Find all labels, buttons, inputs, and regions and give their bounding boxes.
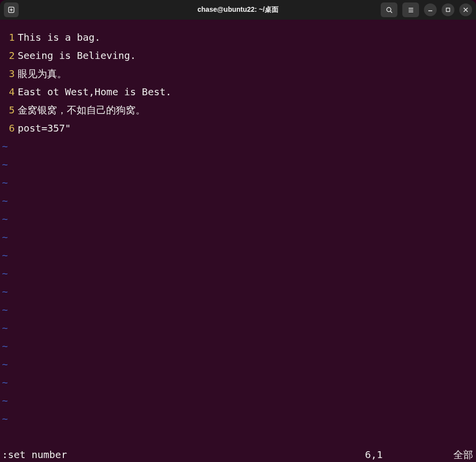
editor-line: 4East ot West,Home is Best. bbox=[0, 83, 476, 101]
line-number: 3 bbox=[2, 67, 18, 81]
search-button[interactable] bbox=[381, 2, 397, 17]
hamburger-icon bbox=[407, 6, 415, 14]
line-text: East ot West,Home is Best. bbox=[18, 85, 171, 99]
minimize-icon bbox=[427, 7, 433, 13]
window-titlebar: chase@ubuntu22: ~/桌面 bbox=[0, 0, 476, 20]
minimize-button[interactable] bbox=[424, 3, 437, 16]
line-number: 2 bbox=[2, 49, 18, 62]
maximize-icon bbox=[445, 7, 451, 13]
window-title: chase@ubuntu22: ~/桌面 bbox=[197, 5, 279, 14]
close-button[interactable] bbox=[459, 3, 472, 16]
vim-scroll-percent: 全部 bbox=[453, 448, 474, 462]
vim-cursor-position: 6,1 bbox=[365, 449, 453, 461]
editor-line: 3眼见为真。 bbox=[0, 65, 476, 83]
editor-line: 2Seeing is Believing. bbox=[0, 47, 476, 65]
menu-button[interactable] bbox=[402, 2, 419, 17]
line-number: 5 bbox=[2, 104, 18, 117]
close-icon bbox=[463, 7, 469, 13]
line-number: 4 bbox=[2, 85, 18, 99]
titlebar-left-group bbox=[4, 2, 19, 17]
empty-line-tilde: ~ bbox=[0, 319, 476, 337]
empty-line-tilde: ~ bbox=[0, 410, 476, 428]
titlebar-right-group bbox=[381, 2, 472, 17]
empty-line-tilde: ~ bbox=[0, 137, 476, 156]
editor-line: 1This is a bag. bbox=[0, 28, 476, 47]
empty-line-tilde: ~ bbox=[0, 192, 476, 210]
line-text: Seeing is Believing. bbox=[18, 49, 136, 62]
empty-line-tilde: ~ bbox=[0, 301, 476, 319]
line-number: 6 bbox=[2, 122, 18, 135]
empty-line-tilde: ~ bbox=[0, 156, 476, 174]
empty-line-tilde: ~ bbox=[0, 337, 476, 355]
empty-line-tilde: ~ bbox=[0, 355, 476, 374]
line-text: This is a bag. bbox=[18, 31, 101, 44]
empty-line-tilde: ~ bbox=[0, 228, 476, 246]
svg-rect-9 bbox=[447, 8, 450, 12]
svg-point-3 bbox=[387, 7, 391, 11]
empty-line-tilde: ~ bbox=[0, 283, 476, 301]
line-text: 眼见为真。 bbox=[18, 67, 67, 81]
editor-line: 5金窝银窝，不如自己的狗窝。 bbox=[0, 101, 476, 119]
maximize-button[interactable] bbox=[442, 3, 454, 16]
terminal-area[interactable]: 1This is a bag.2Seeing is Believing.3眼见为… bbox=[0, 20, 476, 448]
empty-line-tilde: ~ bbox=[0, 174, 476, 192]
empty-line-tilde: ~ bbox=[0, 265, 476, 283]
empty-line-tilde: ~ bbox=[0, 392, 476, 410]
line-text: 金窝银窝，不如自己的狗窝。 bbox=[18, 104, 145, 117]
line-text: post=357" bbox=[18, 122, 71, 135]
empty-line-tilde: ~ bbox=[0, 374, 476, 392]
search-icon bbox=[386, 6, 393, 14]
line-number: 1 bbox=[2, 31, 18, 44]
empty-line-tilde: ~ bbox=[0, 210, 476, 228]
editor-line: 6post=357" bbox=[0, 119, 476, 137]
empty-line-tilde: ~ bbox=[0, 246, 476, 265]
vim-status-line: :set number 6,1 全部 bbox=[0, 448, 476, 462]
svg-line-4 bbox=[390, 11, 392, 12]
new-tab-button[interactable] bbox=[4, 2, 19, 17]
vim-command-text: :set number bbox=[2, 449, 67, 461]
